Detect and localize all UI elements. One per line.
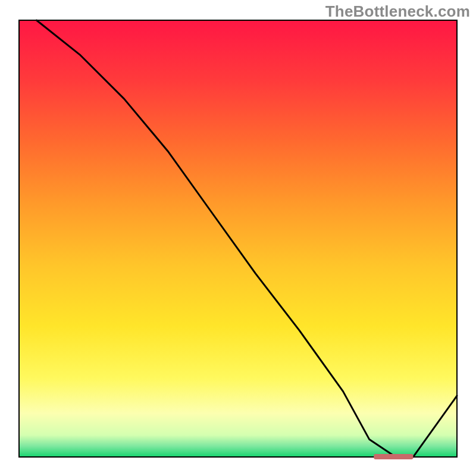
optimal-range-marker (374, 454, 413, 459)
bottleneck-chart (0, 0, 476, 476)
heatmap-background (19, 20, 457, 457)
